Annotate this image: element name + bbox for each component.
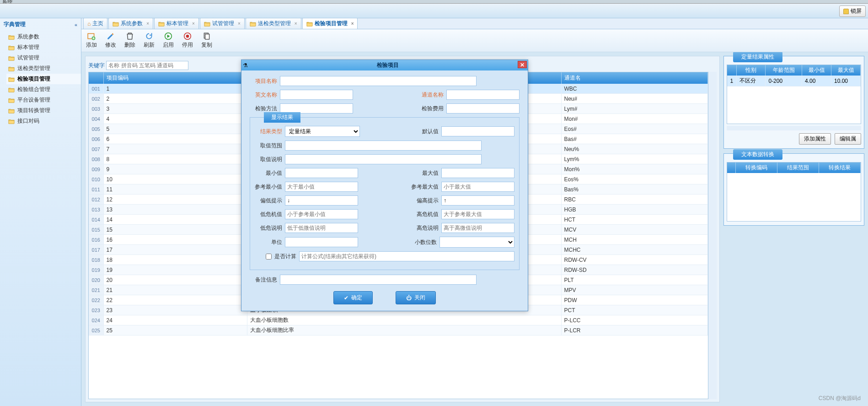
lbl-refmin: 参考最小值 [255, 183, 282, 191]
lbl-highrisk: 高危机值 [411, 211, 439, 218]
dialog-title: 检验项目 [249, 61, 526, 69]
input-lowrisk[interactable] [285, 209, 358, 219]
input-defv[interactable] [441, 126, 514, 136]
tab-close-icon[interactable]: × [146, 21, 149, 26]
folder-icon [8, 119, 15, 124]
input-hightip[interactable] [441, 195, 514, 206]
input-name[interactable] [280, 76, 477, 86]
tab-close-icon[interactable]: × [238, 21, 241, 26]
tab[interactable]: 检验项目管理× [302, 18, 358, 29]
sidebar-item[interactable]: 标本管理 [6, 42, 81, 53]
delete-button[interactable]: 删除 [124, 32, 135, 49]
quant-grid[interactable]: 性别年龄范围最小值最大值1不区分0-2004.0010.00 [727, 65, 861, 124]
input-range[interactable] [285, 141, 482, 151]
sidebar-item[interactable]: 系统参数 [6, 32, 81, 42]
ok-button[interactable]: ✔确定 [333, 291, 373, 304]
quant-result-panel: 定量结果属性 性别年龄范围最小值最大值1不区分0-2004.0010.00 添加… [723, 56, 864, 149]
grid-scrollbar[interactable] [708, 72, 717, 399]
edit-button[interactable]: 修改 [105, 32, 116, 49]
sidebar-item[interactable]: 试管管理 [6, 53, 81, 63]
folder-icon [8, 45, 15, 50]
tab[interactable]: 系统参数× [108, 18, 153, 29]
tab-close-icon[interactable]: × [295, 21, 297, 26]
dialog-close-button[interactable]: ✕ [518, 61, 527, 68]
tab[interactable]: 标本管理× [154, 18, 199, 29]
chk-iscalc[interactable] [266, 254, 272, 260]
input-max[interactable] [441, 168, 514, 178]
tab-strip: ⌂主页系统参数×标本管理×试管管理×送检类型管理×检验项目管理× [81, 18, 868, 29]
enable-button[interactable]: 启用 [163, 32, 174, 49]
copy-button[interactable]: 复制 [201, 32, 212, 49]
input-refmin[interactable] [285, 182, 358, 192]
folder-icon [158, 21, 165, 27]
folder-icon [8, 66, 15, 71]
lock-screen-button[interactable]: 锁屏 [839, 5, 866, 17]
input-lowtip[interactable] [285, 195, 358, 206]
top-menu-bar: 系统 [0, 0, 868, 4]
lbl-max: 最大值 [411, 169, 439, 177]
sidebar-collapse-button[interactable]: « [75, 22, 77, 27]
disable-button[interactable]: 停用 [182, 32, 193, 49]
add-attr-button[interactable]: 添加属性 [799, 133, 831, 145]
folder-icon [8, 97, 15, 103]
convert-grid[interactable]: 转换编码结果范围转换结果 [727, 162, 861, 222]
input-min[interactable] [285, 168, 358, 178]
lock-icon [843, 9, 849, 14]
check-icon: ✔ [344, 295, 348, 301]
sidebar-item[interactable]: 送检类型管理 [6, 63, 81, 74]
table-row[interactable]: 02424大血小板细胞数P-LCC [89, 315, 708, 325]
app-header: 锁屏 [0, 4, 868, 18]
table-row[interactable]: 02525大血小板细胞比率P-LCR [89, 325, 708, 336]
sidebar-title: 字典管理 [4, 21, 26, 28]
tab-close-icon[interactable]: × [192, 21, 195, 26]
input-fee[interactable] [446, 103, 520, 114]
test-item-dialog: ⚗ 检验项目 ✕ 项目名称 英文名称 通道名称 检验方法 检验费用 显示结果 结… [241, 60, 528, 311]
lbl-highdesc: 高危说明 [411, 224, 439, 232]
svg-point-4 [186, 35, 189, 38]
power-icon: ⏻ [406, 295, 412, 301]
refresh-button[interactable]: 刷新 [144, 32, 155, 49]
tab[interactable]: 送检类型管理× [246, 18, 301, 29]
sidebar-item[interactable]: 项目转换管理 [6, 105, 81, 116]
lbl-rangedesc: 取值说明 [255, 156, 282, 163]
input-calc[interactable] [299, 251, 514, 261]
input-highdesc[interactable] [441, 223, 514, 233]
tab[interactable]: ⌂主页 [83, 18, 107, 29]
edit-attr-button[interactable]: 编辑属 [835, 133, 861, 145]
table-row[interactable]: 1不区分0-2004.0010.00 [727, 76, 861, 87]
lbl-decimal: 小数位数 [409, 238, 437, 246]
input-refmax[interactable] [441, 182, 514, 192]
lbl-remark: 备注信息 [250, 276, 277, 284]
sidebar-item[interactable]: 检验项目管理 [6, 74, 81, 84]
add-icon [87, 32, 96, 40]
input-unit[interactable] [285, 237, 358, 247]
home-icon: ⌂ [87, 21, 91, 27]
lbl-channel: 通道名称 [416, 91, 444, 99]
input-ename[interactable] [280, 90, 353, 100]
lbl-rtype: 结果类型 [255, 128, 282, 135]
lbl-fee: 检验费用 [416, 105, 444, 113]
select-decimal[interactable] [439, 237, 514, 248]
sidebar-item[interactable]: 检验组合管理 [6, 84, 81, 95]
input-channel[interactable] [446, 90, 520, 100]
add-button[interactable]: 添加 [86, 32, 97, 49]
lbl-defv: 默认值 [411, 128, 439, 135]
folder-icon [8, 55, 15, 61]
input-lowdesc[interactable] [285, 223, 358, 233]
edit-icon [107, 32, 115, 40]
watermark: CSDN @淘源码d [819, 395, 861, 402]
lbl-ename: 英文名称 [250, 91, 277, 99]
close-button[interactable]: ⏻关闭 [396, 291, 436, 304]
search-input[interactable] [106, 61, 188, 70]
horiz-scroll[interactable] [727, 126, 861, 130]
lbl-min: 最小值 [255, 169, 282, 177]
tab[interactable]: 试管管理× [200, 18, 245, 29]
input-highrisk[interactable] [441, 209, 514, 219]
tab-close-icon[interactable]: × [351, 21, 354, 26]
search-label: 关键字 [88, 62, 105, 69]
sidebar-item[interactable]: 接口对码 [6, 116, 81, 126]
input-remark[interactable] [280, 275, 477, 285]
input-rangedesc[interactable] [285, 154, 482, 164]
sidebar-item[interactable]: 平台设备管理 [6, 95, 81, 105]
select-rtype[interactable]: 定量结果 [285, 126, 360, 137]
